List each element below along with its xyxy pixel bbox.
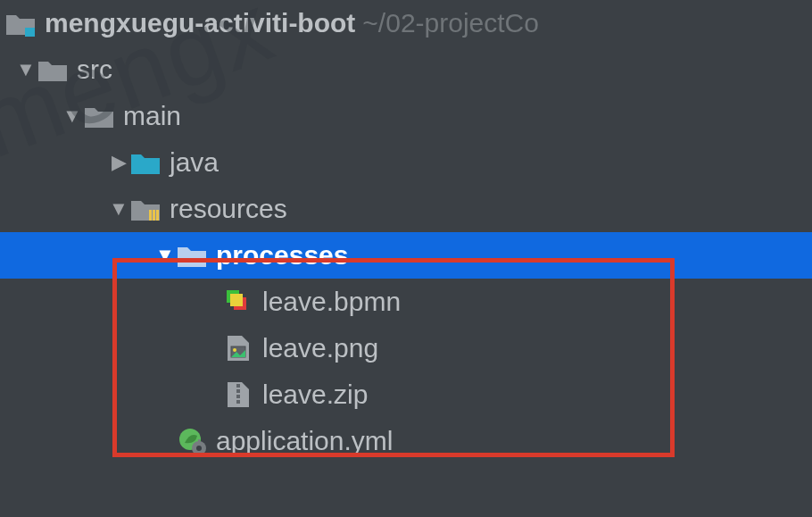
archive-file-icon [223, 379, 253, 410]
file-label: application.yml [216, 426, 393, 456]
svg-rect-7 [153, 210, 155, 221]
tree-row-src[interactable]: ▼ src [0, 46, 812, 93]
tree-row-leave-bpmn[interactable]: leave.bpmn [0, 279, 812, 325]
folder-label: main [123, 101, 181, 131]
tree-row-application-yml[interactable]: application.yml [0, 418, 812, 464]
tree-row-leave-zip[interactable]: leave.zip [0, 371, 812, 418]
svg-point-23 [196, 446, 202, 451]
svg-point-15 [233, 348, 236, 352]
svg-rect-24 [198, 439, 200, 443]
chevron-down-icon: ▼ [153, 244, 177, 267]
svg-rect-19 [236, 395, 240, 398]
image-file-icon [223, 333, 253, 363]
folder-label: src [77, 54, 112, 85]
source-folder-icon [130, 147, 161, 178]
tree-row-java[interactable]: ▶ java [0, 139, 812, 186]
chevron-down-icon: ▼ [61, 104, 84, 128]
file-label: leave.zip [262, 379, 368, 410]
folder-label: resources [170, 194, 287, 224]
folder-icon [84, 101, 114, 131]
svg-rect-20 [236, 400, 240, 404]
svg-marker-3 [85, 108, 113, 128]
project-path-hint: ~/02-projectCo [362, 8, 539, 38]
svg-rect-1 [25, 28, 35, 37]
tree-row-main[interactable]: ▼ main [0, 93, 812, 139]
bpmn-file-icon [223, 287, 253, 317]
svg-rect-17 [236, 384, 240, 388]
folder-icon [177, 240, 207, 271]
svg-marker-2 [38, 62, 67, 81]
svg-marker-9 [178, 247, 206, 267]
chevron-down-icon: ▼ [14, 58, 37, 81]
tree-row-leave-png[interactable]: leave.png [0, 325, 812, 371]
svg-marker-4 [131, 154, 160, 174]
svg-rect-18 [236, 389, 240, 393]
folder-label: processes [216, 240, 348, 271]
file-label: leave.png [262, 333, 378, 363]
svg-rect-6 [149, 210, 152, 221]
tree-row-project-root[interactable]: mengxuegu-activiti-boot ~/02-projectCo [0, 0, 812, 46]
spring-config-icon [177, 426, 207, 456]
svg-marker-5 [131, 201, 160, 221]
chevron-right-icon: ▶ [107, 151, 130, 174]
svg-rect-12 [230, 294, 243, 306]
folder-icon [37, 54, 68, 85]
project-name: mengxuegu-activiti-boot [45, 8, 355, 38]
chevron-down-icon: ▼ [107, 197, 130, 221]
svg-rect-8 [156, 210, 159, 221]
tree-row-resources[interactable]: ▼ resources [0, 186, 812, 232]
tree-row-processes[interactable]: ▼ processes [0, 232, 812, 279]
module-folder-icon [5, 8, 36, 38]
resources-folder-icon [130, 194, 161, 224]
folder-label: java [170, 147, 219, 178]
file-label: leave.bpmn [262, 287, 401, 317]
